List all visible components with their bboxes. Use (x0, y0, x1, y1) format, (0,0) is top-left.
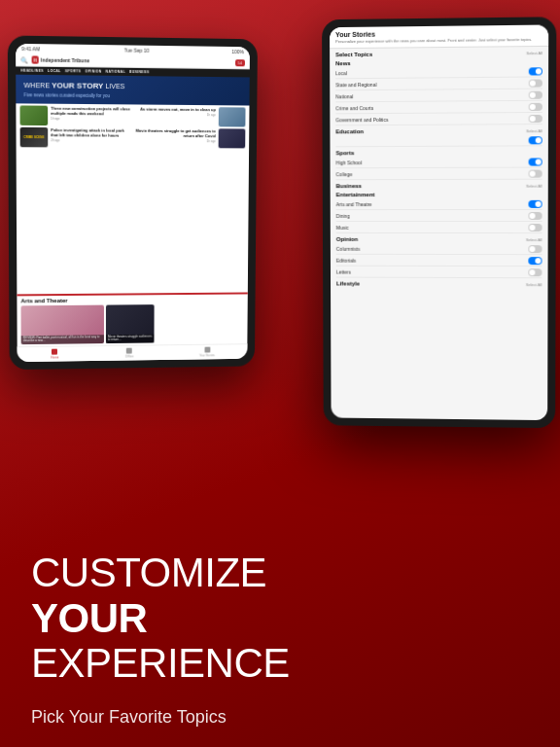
topic-editorials: Editorials (336, 255, 542, 267)
topic-college: College (336, 168, 542, 181)
offline-label: Offline (125, 355, 134, 359)
section-business: Business Select All (336, 183, 542, 189)
section-entertainment: Entertainment Arts and Theatre Dining Mu… (336, 192, 542, 233)
toggle-national[interactable] (529, 90, 542, 98)
news-text-3: Police investigating attack in local par… (51, 127, 132, 143)
nav-sports[interactable]: SPORTS (65, 69, 81, 73)
bottom-bar-offline[interactable]: Offline (125, 348, 134, 359)
topic-music: Music (336, 222, 542, 233)
topic-dining: Dining (336, 210, 542, 222)
hero-subtitle: Five news stories curated especially for… (24, 92, 242, 99)
topic-highschool: High School (335, 156, 542, 168)
news-thumb-2 (219, 107, 246, 126)
toggle-dining[interactable] (528, 211, 542, 219)
right-header-subtitle: Personalize your experience with the new… (335, 37, 542, 44)
toggle-columnists[interactable] (528, 245, 542, 253)
toggle-highschool[interactable] (529, 158, 542, 165)
right-header: Your Stories Personalize your experience… (330, 24, 548, 49)
home-label: Home (51, 356, 58, 360)
section-sports: Sports High School College (335, 149, 542, 180)
section-news: News Local State and Regional National (335, 58, 542, 125)
status-battery: 100% (231, 49, 244, 54)
toggle-education[interactable] (529, 136, 542, 144)
right-tablet: Your Stories Personalize your experience… (322, 17, 556, 428)
toggle-arts-theatre[interactable] (528, 199, 542, 207)
news-text-2: As storm moves out, move in to clean up … (135, 106, 216, 117)
toggle-letters[interactable] (528, 268, 542, 276)
status-time: 9:41 AM (21, 46, 40, 52)
nav-national[interactable]: NATIONAL (106, 70, 125, 74)
toggle-govt[interactable] (529, 114, 542, 122)
tablet-bottom-bar: Home Offline Your Stories (18, 343, 248, 362)
hero-title: WHERE YOUR STORY LIVES (23, 81, 241, 92)
topic-letters: Letters (336, 267, 542, 279)
status-date: Tue Sep 10 (124, 47, 150, 53)
bottom-bar-home[interactable]: Home (51, 349, 58, 360)
section-opinion: Opinion Select All Columnists Editorials… (336, 236, 542, 278)
nav-headlines[interactable]: HEADLINES (20, 69, 44, 73)
toggle-local[interactable] (529, 67, 542, 75)
arts-side-image: Movie theaters struggle audiences to ret… (106, 304, 155, 343)
left-tablet: 9:41 AM Tue Sep 10 100% 🔍 it Independent… (8, 35, 258, 370)
nav-business[interactable]: BUSINESS (129, 70, 149, 74)
logo-initials: it (32, 55, 39, 63)
toggle-state[interactable] (529, 79, 542, 87)
news-items: Three new construction projects will clo… (16, 103, 249, 294)
notification-count: 54 (235, 59, 245, 66)
section-select-topics: Select Topics Select All (335, 50, 542, 57)
bottom-bar-stories[interactable]: Your Stories (199, 347, 215, 358)
home-icon (52, 349, 57, 355)
nav-local[interactable]: LOCAL (48, 69, 61, 73)
section-education: Education Select All (335, 127, 542, 147)
toggle-music[interactable] (528, 223, 542, 231)
arts-label: Arts and Theater (20, 296, 243, 303)
arts-side-caption: Movie theaters struggle audiences to ret… (106, 334, 155, 343)
nav-opinion[interactable]: OPINION (85, 69, 101, 73)
news-text-4: Movie theaters struggle to get audiences… (135, 127, 216, 143)
logo-name: Independent Tribune (41, 57, 89, 64)
search-icon[interactable]: 🔍 (20, 56, 27, 63)
stories-icon (204, 347, 210, 353)
news-thumb-1 (19, 105, 48, 125)
logo: it Independent Tribune (32, 55, 89, 64)
topic-columnists: Columnists (336, 243, 542, 255)
hero-banner: WHERE YOUR STORY LIVES Five news stories… (16, 75, 250, 105)
topic-education-item (335, 134, 542, 147)
offline-icon (126, 348, 132, 354)
arts-main-image: REVIEW: Part ballet, part musical, all f… (21, 305, 104, 345)
bottom-section: CUSTOMIZE YOUR EXPERIENCE Pick Your Favo… (0, 533, 560, 747)
topics-list: Select Topics Select All News Local Stat… (330, 47, 548, 420)
toggle-crime[interactable] (529, 102, 542, 110)
news-thumb-4 (219, 128, 246, 148)
pick-topics-subtitle: Pick Your Favorite Topics (31, 707, 529, 728)
arts-section: Arts and Theater REVIEW: Part ballet, pa… (17, 293, 247, 347)
customize-title: CUSTOMIZE YOUR EXPERIENCE (31, 551, 529, 686)
stories-label: Your Stories (199, 353, 215, 357)
arts-main-caption: REVIEW: Part ballet, part musical, all f… (21, 335, 104, 344)
toggle-college[interactable] (529, 169, 542, 177)
topic-arts-theatre: Arts and Theatre (336, 198, 542, 210)
topic-govt: Government and Politics (335, 113, 542, 125)
section-lifestyle: Lifestyle Select All (336, 281, 542, 288)
toggle-editorials[interactable] (528, 257, 542, 265)
news-text-1: Three new construction projects will clo… (51, 105, 132, 121)
news-thumb-3: CRIME SCENE (20, 126, 49, 147)
